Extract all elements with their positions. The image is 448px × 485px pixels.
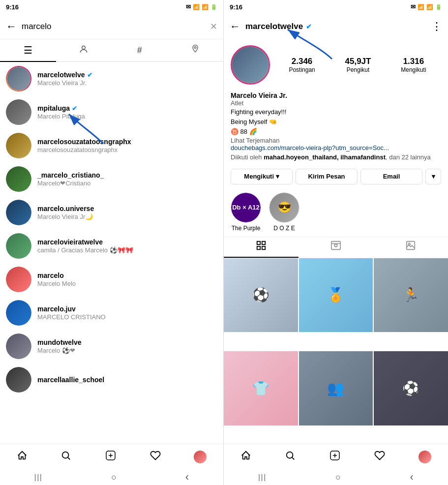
result-info-marceloveiratwelve: marcelovieiratwelve camila / Gracias Mar…	[37, 238, 217, 254]
bio-followers: Diikuti oleh mahad.hoyeon_thailand, ilha…	[231, 153, 441, 161]
avatar-marcelocristiano	[6, 166, 31, 192]
left-home-btn[interactable]	[17, 450, 28, 464]
right-android-home[interactable]: ○	[335, 472, 341, 483]
fullname-marcelotwelve: Marcelo Vieira Jr.	[37, 79, 217, 87]
left-search-btn[interactable]	[60, 450, 71, 464]
right-home-btn[interactable]	[240, 450, 251, 464]
bio-link[interactable]: douchebags.com/marcelo-vieira-plp?utm_so…	[231, 144, 441, 152]
right-search-btn[interactable]	[285, 450, 296, 464]
dropdown-button[interactable]: ▾	[425, 169, 441, 184]
svg-rect-9	[257, 242, 260, 244]
translate-link[interactable]: Lihat Terjemahan	[231, 137, 441, 144]
result-item-mundotwelve[interactable]: mundotwelve Marcelo ⚽❤	[0, 330, 223, 363]
profile-verified-badge: ✔	[306, 23, 312, 30]
grid-cell-6[interactable]: ⚽	[374, 351, 448, 425]
search-query-display[interactable]: marcelo	[22, 22, 205, 31]
tagged-tab-icon	[405, 240, 416, 253]
tab-reels[interactable]	[299, 237, 373, 258]
profile-header-bar: ← marcelotwelve ✔ ⋮	[224, 14, 448, 39]
search-tabs: ☰ #	[0, 39, 223, 62]
username-marcellaallie: marcellaallie_schoel	[37, 376, 217, 384]
result-item-marcellaallie[interactable]: marcellaallie_schoel	[0, 363, 223, 396]
message-button[interactable]: Kirim Pesan	[296, 169, 358, 184]
username-marcelojuv: marcelo.juv	[37, 305, 217, 313]
right-add-btn[interactable]	[329, 450, 341, 464]
left-wifi-icon: 📶	[193, 4, 200, 10]
highlight-purple[interactable]: Db × A12 The Purple	[231, 192, 261, 232]
right-profile-btn[interactable]	[418, 451, 431, 463]
result-item-marcelotwelve[interactable]: marcelotwelve ✔ Marcelo Vieira Jr.	[0, 62, 223, 95]
left-time: 9:16	[6, 3, 19, 11]
svg-rect-11	[257, 246, 260, 249]
tab-tagged[interactable]	[373, 237, 448, 258]
highlight-purple-circle: Db × A12	[231, 192, 261, 223]
follow-button[interactable]: Mengikuti ▾	[231, 169, 293, 184]
result-item-marcelojuv[interactable]: marcelo.juv MARCELO CRISTIANO	[0, 296, 223, 330]
tab-hashtag[interactable]: #	[112, 39, 168, 61]
right-msg-icon: ✉	[411, 3, 416, 10]
search-results-list: marcelotwelve ✔ Marcelo Vieira Jr. mpita…	[0, 62, 223, 444]
username-marceloveiratwelve: marcelovieiratwelve	[37, 238, 217, 246]
result-item-marcelosouza[interactable]: marcelosouzatatoosngraphx marcelosouzata…	[0, 129, 223, 162]
profile-back-button[interactable]: ←	[230, 20, 240, 33]
left-android-menu[interactable]: |||	[34, 473, 43, 481]
svg-point-0	[82, 46, 86, 49]
avatar-marcelo	[6, 267, 31, 292]
username-marcelosouza: marcelosouzatatoosngraphx	[37, 138, 217, 146]
left-panel: 9:16 ✉ 📶 📶 🔋 ← marcelo ✕ ☰ #	[0, 0, 224, 485]
left-android-home[interactable]: ○	[111, 472, 117, 483]
result-info-mpitaluga: mpitaluga ✔ Marcelo Pitaluga	[37, 104, 217, 120]
result-item-marcelocristiano[interactable]: _marcelo_cristiano_ Marcelo❤Cristiano	[0, 162, 223, 196]
grid-cell-1[interactable]: ⚽	[224, 258, 298, 333]
right-battery-icon: 🔋	[435, 4, 442, 10]
svg-point-18	[287, 452, 293, 458]
result-item-mpitaluga[interactable]: mpitaluga ✔ Marcelo Pitaluga	[0, 95, 223, 129]
left-profile-btn[interactable]	[194, 451, 207, 463]
right-signal-icon: 📶	[426, 4, 433, 10]
reels-tab-icon	[330, 240, 341, 253]
left-status-icons: ✉ 📶 📶 🔋	[186, 3, 217, 10]
followers-label: Pengikut	[345, 66, 371, 73]
profile-bio: Marcelo Vieira Jr. Atlet Fighting everyd…	[224, 91, 448, 166]
result-item-marceloveiratwelve[interactable]: marcelovieiratwelve camila / Gracias Mar…	[0, 229, 223, 263]
right-heart-btn[interactable]	[374, 450, 385, 464]
left-add-btn[interactable]	[105, 450, 117, 464]
fullname-marcelocristiano: Marcelo❤Cristiano	[37, 180, 217, 187]
result-info-mundotwelve: mundotwelve Marcelo ⚽❤	[37, 338, 217, 354]
left-signal-icon: 📶	[202, 4, 209, 10]
result-info-marcelouniv: marcelo.universe Marcelo Vieira Jr🌙	[37, 205, 217, 220]
back-button[interactable]: ←	[6, 20, 17, 33]
avatar-marceloveiratwelve	[6, 233, 31, 259]
email-button[interactable]: Email	[360, 169, 422, 184]
right-android-menu[interactable]: |||	[258, 473, 267, 481]
tab-people[interactable]	[56, 39, 112, 61]
clear-search-button[interactable]: ✕	[210, 21, 217, 32]
grid-cell-2[interactable]: 🏅	[299, 258, 373, 333]
left-android-nav: ||| ○ ‹	[0, 469, 223, 485]
tab-all[interactable]: ☰	[0, 39, 56, 61]
highlight-doze-label: D O Z E	[269, 225, 299, 232]
result-item-marcelo[interactable]: marcelo Marcelo Melo	[0, 263, 223, 296]
svg-point-14	[334, 244, 337, 247]
fullname-marcelo: Marcelo Melo	[37, 280, 217, 287]
grid-cell-5[interactable]: 👥	[299, 351, 373, 425]
left-android-back[interactable]: ‹	[185, 471, 189, 484]
fullname-marcelouniv: Marcelo Vieira Jr🌙	[37, 213, 217, 220]
profile-avatar	[231, 45, 270, 85]
right-time: 9:16	[230, 3, 242, 11]
tab-location[interactable]	[168, 39, 224, 61]
avatar-marcelosouza	[6, 133, 31, 158]
grid-cell-4[interactable]: 👕	[224, 351, 298, 425]
following-label: Mengikuti	[401, 66, 426, 73]
left-heart-btn[interactable]	[150, 450, 161, 464]
grid-cell-3[interactable]: 🏃	[374, 258, 448, 333]
search-header: ← marcelo ✕	[0, 14, 223, 39]
result-item-marcelouniv[interactable]: marcelo.universe Marcelo Vieira Jr🌙	[0, 196, 223, 229]
stat-posts: 2.346 Postingan	[289, 57, 315, 73]
highlight-doze[interactable]: 😎 D O Z E	[269, 192, 299, 232]
tab-grid[interactable]	[224, 237, 299, 258]
highlight-doze-circle: 😎	[269, 192, 299, 223]
more-options-button[interactable]: ⋮	[431, 20, 442, 33]
result-info-marcellaallie: marcellaallie_schoel	[37, 376, 217, 384]
right-android-back[interactable]: ‹	[410, 471, 414, 484]
